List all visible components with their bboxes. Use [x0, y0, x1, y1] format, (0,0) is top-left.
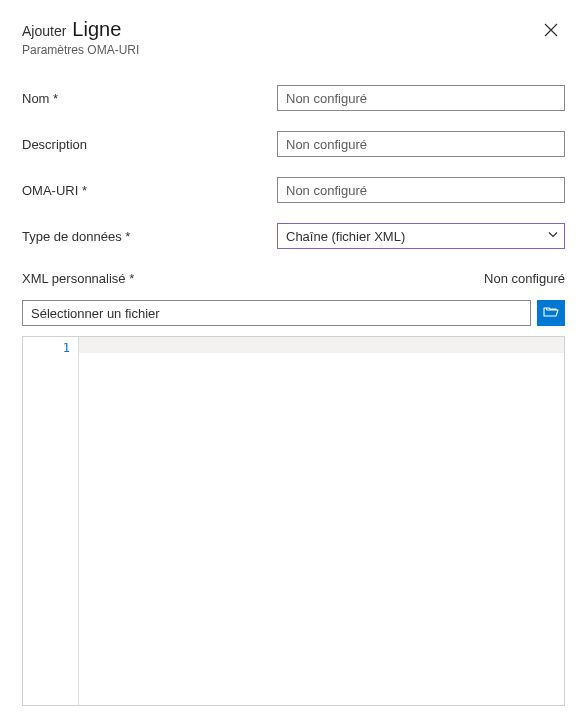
- xml-section-status: Non configuré: [484, 271, 565, 286]
- datatype-selected-value: Chaîne (fichier XML): [286, 229, 405, 244]
- xml-section-label: XML personnalisé *: [22, 271, 134, 286]
- xml-editor[interactable]: 1: [22, 336, 565, 706]
- close-icon: [544, 23, 558, 41]
- datatype-select[interactable]: Chaîne (fichier XML): [277, 223, 565, 249]
- title-prefix: Ajouter: [22, 23, 66, 39]
- file-browse-button[interactable]: [537, 300, 565, 326]
- name-label: Nom *: [22, 91, 277, 106]
- folder-open-icon: [543, 305, 559, 322]
- datatype-label: Type de données *: [22, 229, 277, 244]
- description-input[interactable]: [277, 131, 565, 157]
- line-number: 1: [27, 341, 70, 355]
- dialog-title-block: Ajouter Ligne Paramètres OMA-URI: [22, 18, 139, 57]
- close-button[interactable]: [537, 18, 565, 46]
- editor-content[interactable]: [79, 337, 564, 705]
- name-input[interactable]: [277, 85, 565, 111]
- subtitle: Paramètres OMA-URI: [22, 43, 139, 57]
- omauri-label: OMA-URI *: [22, 183, 277, 198]
- file-select-input[interactable]: [22, 300, 531, 326]
- omauri-input[interactable]: [277, 177, 565, 203]
- editor-active-line: [79, 337, 564, 353]
- description-label: Description: [22, 137, 277, 152]
- title-main: Ligne: [72, 18, 121, 41]
- editor-gutter: 1: [23, 337, 79, 705]
